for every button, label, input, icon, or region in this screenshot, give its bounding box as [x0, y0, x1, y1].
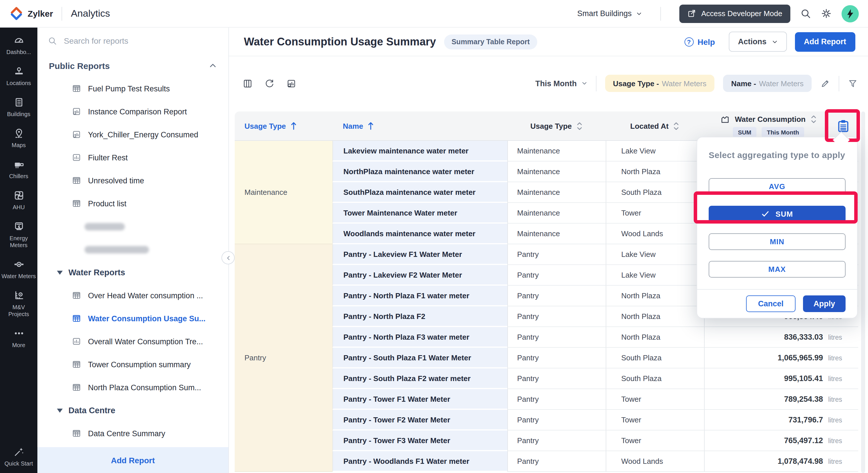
filter-chip-name[interactable]: Name -Water Meters: [723, 75, 812, 92]
report-item-tower-consumption-summary[interactable]: Tower Consumption summary: [37, 353, 228, 376]
public-reports-label: Public Reports: [49, 61, 110, 70]
add-report-button[interactable]: Add Report: [795, 32, 855, 52]
rail-item-maps[interactable]: Maps: [0, 128, 37, 149]
table-row[interactable]: Pantry - South Plaza F1 Water MeterPantr…: [333, 348, 858, 368]
report-item-north-plaza-consumption-sum[interactable]: North Plaza Consumption Sum...: [37, 376, 228, 399]
manage-columns-icon[interactable]: [243, 78, 252, 88]
edit-pencil-icon[interactable]: [820, 78, 830, 88]
report-item-data-centre-summary[interactable]: Data Centre Summary: [37, 422, 228, 445]
access-developer-mode-button[interactable]: Access Developer Mode: [679, 4, 790, 23]
period-selector[interactable]: This Month: [535, 79, 587, 88]
clipboard-icon[interactable]: [836, 119, 851, 133]
sort-asc-icon[interactable]: [368, 122, 374, 130]
public-reports-header[interactable]: Public Reports: [37, 54, 228, 77]
actions-button[interactable]: Actions: [729, 32, 786, 52]
refresh-icon[interactable]: [265, 78, 274, 88]
locations-icon: [13, 66, 25, 77]
report-search-input[interactable]: [63, 36, 203, 46]
column-header-name[interactable]: Name: [333, 111, 507, 140]
rail-item-water-meters[interactable]: Water Meters: [0, 259, 37, 280]
aggregate-option-label: MIN: [770, 237, 784, 246]
report-item-york-chiller-energy-consumed[interactable]: York_Chiller_Energy Consumed: [37, 123, 228, 146]
table-icon: [72, 176, 81, 185]
report-item-label: York_Chiller_Energy Consumed: [88, 130, 198, 139]
rail-item-locations[interactable]: Locations: [0, 66, 37, 87]
column-header-usage-type-group[interactable]: Usage Type: [235, 111, 333, 140]
aggregate-option-avg[interactable]: AVG: [709, 178, 845, 195]
table-icon: [72, 84, 81, 93]
gear-icon[interactable]: [821, 8, 832, 19]
rail-item-label: Locations: [6, 80, 31, 87]
pivot-view-icon[interactable]: [286, 78, 296, 88]
cancel-button[interactable]: Cancel: [746, 295, 796, 312]
chevron-down-icon: [636, 11, 642, 16]
cell-water-consumption: 765,497.12litres: [704, 431, 858, 451]
report-item-label: Data Centre Summary: [88, 429, 165, 438]
cell-water-consumption: 731,796.7litres: [704, 410, 858, 431]
panel-add-report-button[interactable]: Add Report: [37, 447, 228, 473]
cell-name: NorthPlaza maintenance water meter: [333, 162, 507, 182]
rail-item-buildings[interactable]: Buildings: [0, 97, 37, 118]
filter-chip-usage-type[interactable]: Usage Type -Water Meters: [605, 75, 714, 92]
aggregate-option-min[interactable]: MIN: [709, 233, 845, 250]
workspace-selector[interactable]: Smart Buildings: [577, 9, 642, 18]
rail-item-chillers[interactable]: Chillers: [0, 159, 37, 180]
help-link[interactable]: ? Help: [684, 37, 715, 46]
report-item-redacted: [37, 238, 228, 261]
avatar[interactable]: [841, 5, 859, 22]
sort-both-icon[interactable]: [673, 122, 680, 130]
mv-projects-icon: [13, 290, 25, 301]
collapse-panel-button[interactable]: [221, 251, 235, 264]
rail-item-ahu[interactable]: AHU: [0, 190, 37, 211]
sort-asc-icon[interactable]: [290, 122, 297, 130]
report-item-overall-water-consumption-tre[interactable]: Overall Water Consumption Tre...: [37, 330, 228, 353]
table-row[interactable]: Pantry - Tower F3 Water MeterPantryTower…: [333, 431, 858, 451]
sort-both-icon[interactable]: [810, 115, 816, 124]
report-item-fiulter-rest[interactable]: Fiulter Rest: [37, 146, 228, 169]
chevron-up-icon[interactable]: [209, 62, 217, 70]
aggregate-option-max[interactable]: MAX: [709, 261, 845, 278]
table-row[interactable]: Pantry - Woodlands F1 Water meterPantryW…: [333, 451, 858, 472]
apply-button[interactable]: Apply: [803, 295, 845, 312]
cell-usage-type: Pantry: [507, 348, 606, 368]
table-icon: [72, 291, 81, 300]
report-item-product-list[interactable]: Product list: [37, 192, 228, 215]
report-item-over-head-water-consumption[interactable]: Over Head Water consumption ...: [37, 284, 228, 307]
table-row[interactable]: Pantry - North Plaza F3 water meterPantr…: [333, 327, 858, 348]
group-cell-maintenance: Maintenance: [235, 141, 333, 244]
rail-item-label: M&V Projects: [1, 304, 36, 318]
value-unit: litres: [828, 458, 842, 465]
rail-item-more[interactable]: More: [0, 328, 37, 349]
cell-water-consumption: 1,078,474.98litres: [704, 451, 858, 472]
cell-located-at: South Plaza: [606, 368, 704, 389]
report-group-water-reports[interactable]: Water Reports: [37, 261, 228, 284]
cell-name: Pantry - North Plaza F2: [333, 306, 507, 327]
filter-funnel-icon[interactable]: [848, 78, 858, 88]
value-unit: litres: [828, 375, 842, 382]
aggregate-option-sum[interactable]: SUM: [709, 206, 845, 223]
search-icon[interactable]: [800, 8, 811, 19]
table-row[interactable]: Pantry - Tower F2 Water MeterPantryTower…: [333, 410, 858, 431]
rail-item-energy-meters[interactable]: Energy Meters: [0, 221, 37, 249]
report-item-instance-comparison-report[interactable]: Instance Comparison Report: [37, 100, 228, 123]
question-icon: ?: [684, 37, 693, 46]
report-item-unresolved-time[interactable]: Unresolved time: [37, 169, 228, 192]
column-header-located-at[interactable]: Located At: [606, 111, 704, 140]
table-row[interactable]: Pantry - South Plaza F2 water meterPantr…: [333, 368, 858, 389]
rail-item-dashbo[interactable]: Dashbo...: [0, 34, 37, 56]
column-header-label: Usage Type: [530, 122, 572, 130]
cell-usage-type: Maintenance: [507, 224, 606, 244]
report-item-water-consumption-usage-su[interactable]: Water Consumption Usage Su...: [37, 307, 228, 330]
sort-both-icon[interactable]: [577, 122, 583, 130]
column-header-usage-type[interactable]: Usage Type: [507, 111, 606, 140]
table-row[interactable]: Pantry - Tower F1 Water MeterPantryTower…: [333, 389, 858, 410]
vertical-scrollbar[interactable]: [861, 111, 865, 473]
rail-item-m-v-projects[interactable]: M&V Projects: [0, 290, 37, 318]
column-header-water-consumption[interactable]: Water ConsumptionSUMThis Month: [704, 111, 858, 140]
group-cell-label: Maintenance: [245, 188, 287, 197]
report-group-data-centre[interactable]: Data Centre: [37, 399, 228, 422]
report-item-fuel-pump-test-results[interactable]: Fuel Pump Test Results: [37, 77, 228, 100]
rail-item-quick-start[interactable]: Quick Start: [0, 446, 37, 467]
report-search[interactable]: [37, 28, 228, 54]
value-number: 765,497.12: [784, 436, 823, 445]
